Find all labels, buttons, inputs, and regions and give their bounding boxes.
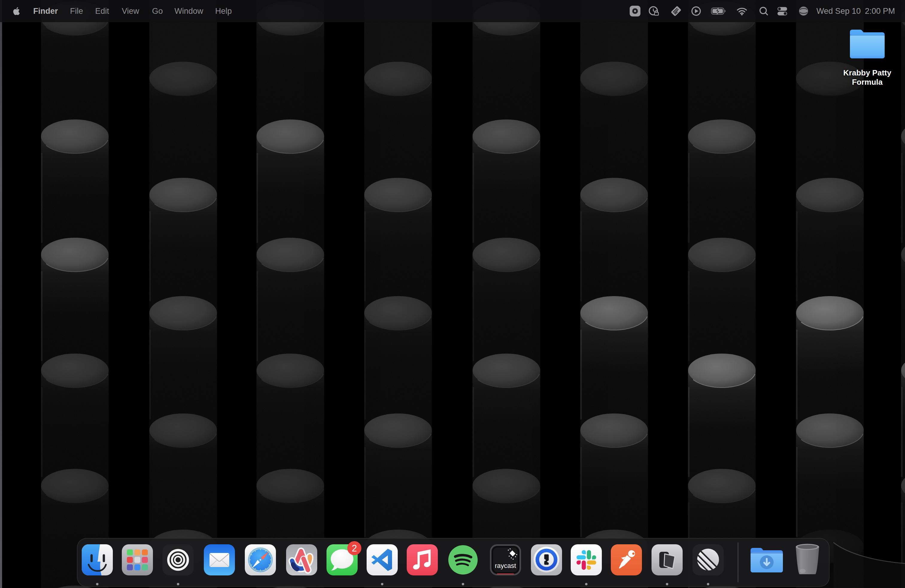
svg-text:2: 2 <box>352 543 357 553</box>
svg-text:raycast: raycast <box>495 562 516 569</box>
